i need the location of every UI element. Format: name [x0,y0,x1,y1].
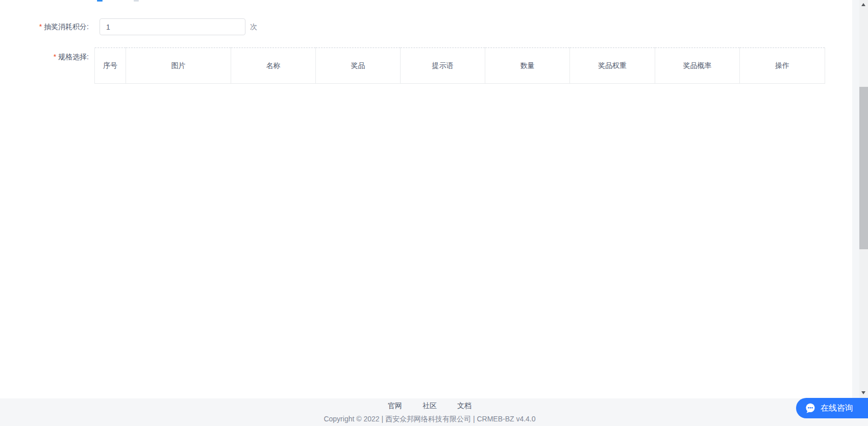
spec-table-container: 序号图片名称奖品提示语数量奖品权重奖品概率操作 [94,48,826,398]
content-right-gutter [852,0,859,398]
footer-link-2[interactable]: 社区 [423,401,437,411]
scrollbar-down-arrow-icon[interactable] [861,391,865,394]
active-tab-remnant [97,0,103,2]
column-header-2: 图片 [126,48,231,84]
chat-bubble-icon [805,403,816,414]
points-input[interactable] [100,18,245,35]
points-unit-label: 次 [250,18,257,35]
column-header-6: 数量 [485,48,570,84]
footer-link-3[interactable]: 文档 [457,401,472,411]
consult-button-label: 在线咨询 [821,403,853,414]
copyright-text: Copyright © 2022 | 西安众邦网络科技有限公司 | CRMEB-… [0,415,859,424]
column-header-9: 操作 [740,48,825,84]
column-header-5: 提示语 [401,48,485,84]
vertical-scrollbar-thumb[interactable] [859,87,868,249]
column-header-1: 序号 [95,48,126,84]
column-header-3: 名称 [231,48,316,84]
column-header-8: 奖品概率 [655,48,740,84]
spec-field-label: *规格选择: [0,49,89,65]
footer-link-1[interactable]: 官网 [388,401,402,411]
points-field-label: *抽奖消耗积分: [0,18,89,35]
column-header-4: 奖品 [316,48,401,84]
spec-table-head: 序号图片名称奖品提示语数量奖品权重奖品概率操作 [95,48,825,84]
scrollbar-up-arrow-icon[interactable] [861,3,865,6]
points-label-text: 抽奖消耗积分: [44,22,89,31]
inactive-tab-remnant [134,0,139,2]
column-header-7: 奖品权重 [570,48,655,84]
spec-label-text: 规格选择: [58,53,89,61]
required-asterisk: * [54,53,56,61]
required-asterisk: * [39,22,42,31]
footer-links: 官网社区文档 [0,401,859,411]
page-footer: 官网社区文档 Copyright © 2022 | 西安众邦网络科技有限公司 |… [0,398,868,426]
spec-table: 序号图片名称奖品提示语数量奖品权重奖品概率操作 [94,48,825,84]
online-consult-button[interactable]: 在线咨询 [796,398,868,418]
